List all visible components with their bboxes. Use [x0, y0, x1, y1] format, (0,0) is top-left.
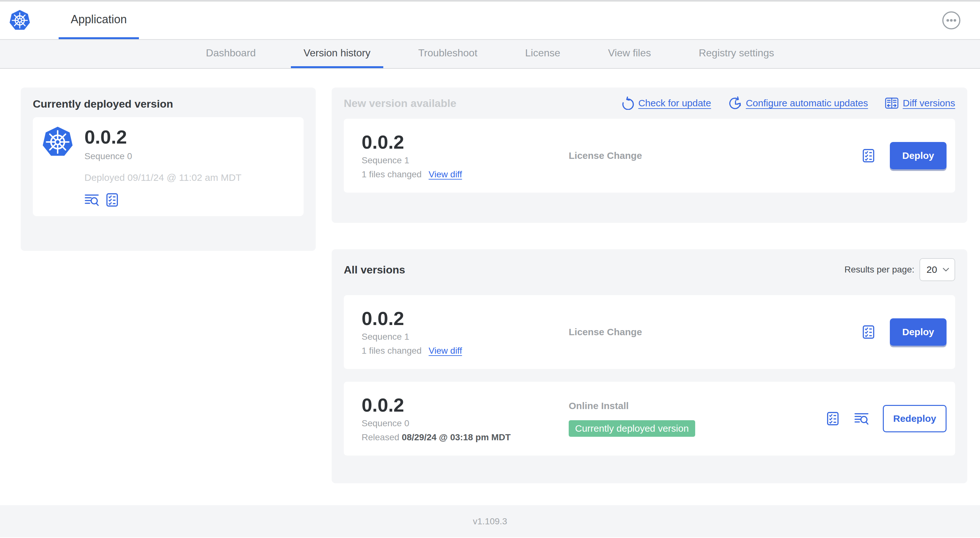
sequence-label: Sequence 0	[84, 151, 242, 161]
configure-automatic-updates-label: Configure automatic updates	[746, 98, 868, 109]
results-per-page: Results per page: 20	[845, 258, 955, 281]
main-content: Currently deployed version 0.0.2 Sequenc…	[0, 69, 980, 505]
version-status: Online Install Currently deployed versio…	[569, 400, 826, 437]
currently-deployed-info: 0.0.2 Sequence 0 Deployed 09/11/24 @ 11:…	[84, 126, 242, 207]
tab-registry-settings[interactable]: Registry settings	[686, 40, 787, 68]
version-source-label: License Change	[569, 150, 861, 161]
app-header: Application	[0, 2, 980, 40]
version-source-label: Online Install	[569, 400, 826, 411]
sequence-label: Sequence 0	[362, 418, 569, 428]
app-footer: v1.109.3	[0, 505, 980, 537]
currently-deployed-badge: Currently deployed version	[569, 420, 695, 437]
version-label: 0.0.2	[362, 132, 569, 153]
version-row: 0.0.2 Sequence 1 1 files changed View di…	[344, 295, 955, 369]
version-info: 0.0.2 Sequence 0 Released 08/29/24 @ 03:…	[362, 395, 569, 443]
files-changed-label: 1 files changed	[362, 169, 422, 179]
version-label: 0.0.2	[362, 308, 569, 329]
released-timestamp: Released 08/29/24 @ 03:18 pm MDT	[362, 432, 569, 443]
all-versions-panel: All versions Results per page: 20	[332, 249, 967, 483]
version-info: 0.0.2 Sequence 1 1 files changed View di…	[362, 132, 569, 179]
preflight-checks-button[interactable]	[105, 193, 119, 207]
redeploy-button[interactable]: Redeploy	[883, 405, 947, 432]
header-spacer	[139, 2, 942, 39]
checklist-icon	[861, 148, 876, 163]
checklist-icon	[861, 325, 876, 340]
update-actions: Check for update Configure automatic upd…	[620, 97, 955, 110]
checklist-icon	[826, 411, 840, 426]
scheduled-update-icon	[728, 97, 742, 110]
released-date: 08/29/24 @ 03:18 pm MDT	[402, 432, 511, 442]
preflight-checks-button[interactable]	[861, 325, 876, 340]
currently-deployed-title: Currently deployed version	[33, 98, 304, 110]
files-changed-row: 1 files changed View diff	[362, 346, 569, 356]
currently-deployed-card: 0.0.2 Sequence 0 Deployed 09/11/24 @ 11:…	[33, 117, 304, 216]
tab-dashboard[interactable]: Dashboard	[193, 40, 269, 68]
results-per-page-value: 20	[926, 264, 937, 275]
view-diff-link[interactable]: View diff	[428, 169, 462, 179]
tab-application[interactable]: Application	[59, 2, 139, 39]
all-versions-header: All versions Results per page: 20	[344, 258, 955, 281]
check-for-update-link[interactable]: Check for update	[620, 97, 711, 110]
diff-icon	[885, 97, 899, 110]
app-subnav: Dashboard Version history Troubleshoot L…	[0, 40, 980, 69]
preflight-checks-button[interactable]	[826, 411, 840, 426]
tab-troubleshoot[interactable]: Troubleshoot	[406, 40, 490, 68]
preflight-checks-button[interactable]	[861, 148, 876, 163]
version-info: 0.0.2 Sequence 1 1 files changed View di…	[362, 308, 569, 356]
refresh-icon	[620, 97, 634, 110]
files-changed-row: 1 files changed View diff	[362, 169, 569, 179]
new-version-title: New version available	[344, 97, 456, 110]
diff-versions-label: Diff versions	[902, 98, 955, 109]
current-version-actions	[84, 193, 242, 207]
kubernetes-logo-icon	[9, 10, 30, 31]
kots-admin-console: Application Dashboard Version history Tr…	[0, 0, 980, 538]
version-row: 0.0.2 Sequence 0 Released 08/29/24 @ 03:…	[344, 382, 955, 455]
new-version-header: New version available Check for update C…	[344, 97, 955, 110]
kubernetes-logo-icon	[42, 126, 73, 158]
view-logs-button[interactable]	[84, 193, 99, 207]
version-actions: Deploy	[861, 318, 947, 346]
view-diff-link[interactable]: View diff	[428, 346, 462, 356]
view-logs-button[interactable]	[854, 411, 869, 426]
logs-icon	[854, 411, 869, 426]
ellipsis-icon	[942, 11, 961, 30]
deploy-button[interactable]: Deploy	[890, 142, 947, 169]
logs-icon	[84, 193, 99, 207]
version-source-label: License Change	[569, 327, 861, 338]
new-version-panel: New version available Check for update C…	[332, 87, 967, 223]
results-per-page-select[interactable]: 20	[920, 258, 955, 281]
tab-view-files[interactable]: View files	[595, 40, 664, 68]
overflow-menu-button[interactable]	[942, 11, 961, 30]
diff-versions-link[interactable]: Diff versions	[885, 97, 955, 110]
new-version-card: 0.0.2 Sequence 1 1 files changed View di…	[344, 119, 955, 193]
console-version-label: v1.109.3	[473, 516, 507, 527]
checklist-icon	[105, 193, 119, 207]
version-actions: Redeploy	[826, 405, 947, 432]
files-changed-label: 1 files changed	[362, 346, 422, 356]
all-versions-title: All versions	[344, 263, 405, 276]
version-label: 0.0.2	[84, 126, 242, 148]
sequence-label: Sequence 1	[362, 332, 569, 342]
deploy-button[interactable]: Deploy	[890, 318, 947, 346]
right-column: New version available Check for update C…	[332, 87, 967, 505]
results-per-page-label: Results per page:	[845, 265, 914, 275]
tab-version-history[interactable]: Version history	[291, 40, 383, 68]
app-title: Application	[71, 13, 127, 26]
check-for-update-label: Check for update	[638, 98, 711, 109]
configure-automatic-updates-link[interactable]: Configure automatic updates	[728, 97, 868, 110]
currently-deployed-panel: Currently deployed version 0.0.2 Sequenc…	[21, 87, 316, 251]
released-label: Released	[362, 432, 399, 442]
chevron-down-icon	[942, 267, 950, 272]
sequence-label: Sequence 1	[362, 156, 569, 165]
deployed-timestamp: Deployed 09/11/24 @ 11:02 am MDT	[84, 172, 242, 183]
version-label: 0.0.2	[362, 395, 569, 416]
tab-license[interactable]: License	[512, 40, 573, 68]
version-actions: Deploy	[861, 142, 947, 169]
